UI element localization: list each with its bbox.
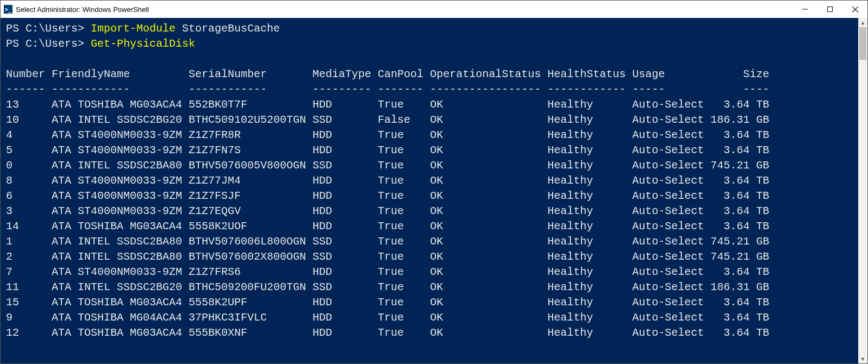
- vertical-scrollbar[interactable]: ▲ ▼: [858, 18, 867, 363]
- terminal-area: PS C:\Users> Import-Module StorageBusCac…: [1, 18, 867, 363]
- titlebar[interactable]: >_ Select Administrator: Windows PowerSh…: [1, 1, 867, 18]
- minimize-button[interactable]: [792, 1, 817, 18]
- scroll-down-button[interactable]: ▼: [858, 354, 867, 363]
- close-button[interactable]: [842, 1, 867, 18]
- scroll-thumb[interactable]: [859, 27, 866, 60]
- maximize-button[interactable]: [817, 1, 842, 18]
- terminal-output[interactable]: PS C:\Users> Import-Module StorageBusCac…: [1, 18, 858, 363]
- powershell-window: >_ Select Administrator: Windows PowerSh…: [0, 0, 868, 364]
- powershell-icon: >_: [4, 5, 13, 14]
- window-title: Select Administrator: Windows PowerShell: [16, 5, 149, 14]
- scroll-up-button[interactable]: ▲: [858, 18, 867, 27]
- scroll-track[interactable]: [858, 27, 867, 354]
- svg-rect-1: [828, 7, 833, 12]
